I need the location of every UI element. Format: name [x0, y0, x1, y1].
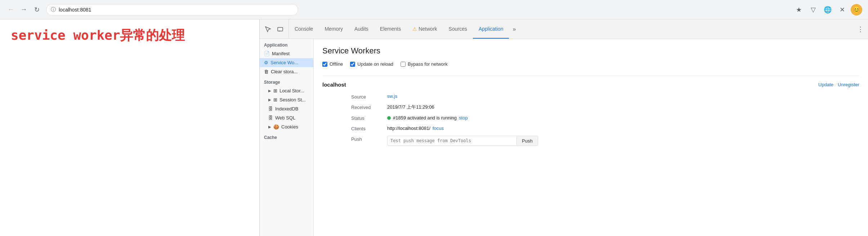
browser-window: ← → ↻ ⓘ localhost:8081 ★ ▽ 🌐 ✕ 😊 service…	[0, 0, 868, 236]
received-value: 2019/7/7 上午11:29:06	[387, 104, 859, 110]
cookies-icon: 🍪	[273, 124, 279, 130]
tab-network[interactable]: ⚠ Network	[407, 19, 443, 39]
update-on-reload-checkbox[interactable]	[350, 62, 355, 67]
push-label: Push	[351, 136, 387, 146]
refresh-button[interactable]: ↻	[32, 5, 42, 15]
indexeddb-icon: 🗄	[268, 106, 273, 112]
main-area: service worker异常的处理	[0, 19, 868, 236]
devtools-body: Application 📄 Manifest ⚙ Service Wo... 🗑…	[260, 39, 868, 236]
forward-button[interactable]: →	[19, 5, 29, 15]
clients-label: Clients	[351, 125, 387, 131]
sidebar-item-clear-storage[interactable]: 🗑 Clear stora...	[260, 67, 313, 76]
tab-sources[interactable]: Sources	[443, 19, 473, 39]
devtools-panel: Console Memory Audits Elements ⚠ Network	[259, 19, 868, 236]
tab-application[interactable]: Application	[473, 19, 509, 39]
clear-storage-icon: 🗑	[264, 69, 269, 74]
devtools-menu-button[interactable]: ⋮	[853, 19, 868, 39]
warning-icon: ⚠	[412, 26, 417, 32]
session-storage-icon: ⊞	[273, 97, 277, 102]
sidebar-section-storage: Storage	[260, 76, 313, 86]
page-title: service worker异常的处理	[11, 27, 249, 44]
source-label: Source	[351, 93, 387, 100]
status-label: Status	[351, 115, 387, 121]
devtools-icons	[260, 19, 289, 39]
vpn-button[interactable]: ▽	[807, 4, 819, 16]
close-extension-button[interactable]: ✕	[836, 4, 848, 16]
clients-row: http://localhost:8081/ focus	[387, 125, 859, 131]
tab-elements[interactable]: Elements	[374, 19, 407, 39]
sidebar-item-manifest[interactable]: 📄 Manifest	[260, 49, 313, 58]
sidebar-item-local-storage[interactable]: ▶ ⊞ Local Stor...	[260, 86, 313, 95]
focus-link[interactable]: focus	[433, 126, 444, 131]
update-on-reload-checkbox-label[interactable]: Update on reload	[350, 61, 393, 67]
stop-link[interactable]: stop	[459, 115, 468, 121]
manifest-icon: 📄	[264, 51, 270, 56]
info-icon: ⓘ	[51, 6, 56, 13]
device-toggle-button[interactable]	[275, 24, 286, 35]
devtools-main-panel: Service Workers Offline Update on reload	[314, 39, 868, 236]
svg-rect-0	[278, 27, 283, 31]
tab-audits[interactable]: Audits	[349, 19, 374, 39]
service-workers-icon: ⚙	[264, 60, 268, 65]
devtools-toolbar: Console Memory Audits Elements ⚠ Network	[260, 19, 868, 39]
checkbox-row: Offline Update on reload Bypass for netw…	[322, 61, 859, 67]
tab-memory[interactable]: Memory	[319, 19, 349, 39]
source-link[interactable]: sw.js	[387, 93, 397, 99]
inspect-element-button[interactable]	[263, 24, 273, 35]
sidebar-item-web-sql[interactable]: 🗄 Web SQL	[260, 113, 313, 122]
toolbar-actions: ★ ▽ 🌐 ✕ 😊	[793, 4, 862, 16]
section-divider	[322, 75, 859, 76]
tab-more-button[interactable]: »	[509, 19, 519, 39]
sw-host-name: localhost	[322, 82, 346, 88]
local-storage-icon: ⊞	[273, 88, 277, 93]
offline-checkbox-label[interactable]: Offline	[322, 61, 343, 67]
sidebar-item-indexeddb[interactable]: 🗄 IndexedDB	[260, 104, 313, 113]
page-content: service worker异常的处理	[0, 19, 259, 236]
sidebar-item-cookies[interactable]: ▶ 🍪 Cookies	[260, 122, 313, 131]
tab-console[interactable]: Console	[289, 19, 319, 39]
sw-host-actions: Update Unregister	[818, 82, 859, 87]
bookmark-button[interactable]: ★	[793, 4, 805, 16]
bypass-for-network-checkbox-label[interactable]: Bypass for network	[401, 61, 448, 67]
push-row: Push	[387, 136, 859, 146]
panel-title: Service Workers	[322, 46, 859, 56]
globe-button[interactable]: 🌐	[822, 4, 833, 16]
svg-rect-1	[279, 31, 280, 31]
websql-icon: 🗄	[268, 115, 273, 121]
push-button[interactable]: Push	[517, 136, 538, 146]
sw-host-row: localhost Update Unregister	[322, 82, 859, 88]
nav-buttons: ← → ↻	[6, 5, 42, 15]
devtools-sidebar: Application 📄 Manifest ⚙ Service Wo... 🗑…	[260, 39, 314, 236]
sw-detail-grid: Source sw.js Received 2019/7/7 上午11:29:0…	[351, 93, 859, 146]
offline-checkbox[interactable]	[322, 62, 327, 67]
sidebar-section-application: Application	[260, 39, 313, 49]
status-row: #1859 activated and is running stop	[387, 115, 859, 121]
expand-arrow-cookies: ▶	[268, 125, 271, 129]
clients-value: http://localhost:8081/	[387, 126, 430, 131]
back-button[interactable]: ←	[6, 5, 16, 15]
received-label: Received	[351, 104, 387, 110]
update-link[interactable]: Update	[818, 82, 833, 87]
address-text: localhost:8081	[59, 7, 91, 13]
devtools-tabs: Console Memory Audits Elements ⚠ Network	[289, 19, 853, 39]
browser-toolbar: ← → ↻ ⓘ localhost:8081 ★ ▽ 🌐 ✕ 😊	[0, 0, 868, 19]
unregister-link[interactable]: Unregister	[838, 82, 859, 87]
sidebar-item-service-workers[interactable]: ⚙ Service Wo...	[260, 58, 313, 67]
profile-avatar[interactable]: 😊	[851, 4, 862, 16]
sidebar-section-cache: Cache	[260, 131, 313, 141]
expand-arrow-local: ▶	[268, 89, 271, 93]
address-bar[interactable]: ⓘ localhost:8081	[46, 4, 298, 16]
status-text: #1859 activated and is running	[393, 115, 457, 121]
expand-arrow-session: ▶	[268, 98, 271, 102]
status-dot	[387, 116, 391, 120]
bypass-for-network-checkbox[interactable]	[401, 62, 406, 67]
push-input[interactable]	[387, 136, 517, 146]
sidebar-item-session-storage[interactable]: ▶ ⊞ Session St...	[260, 95, 313, 104]
